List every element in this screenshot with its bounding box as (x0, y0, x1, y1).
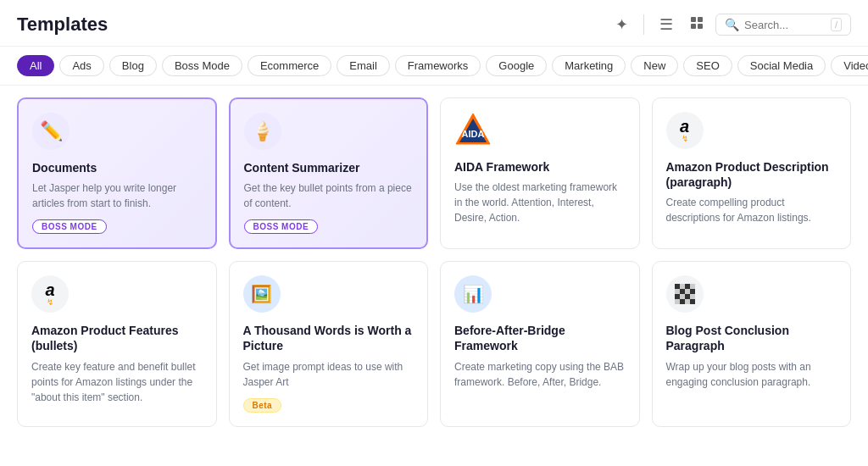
search-shortcut: / (831, 18, 842, 31)
svg-rect-11 (675, 289, 680, 294)
card-title: Amazon Product Features (bullets) (31, 323, 203, 353)
svg-rect-17 (685, 294, 690, 299)
divider (643, 14, 644, 35)
card-icon: a ↯ (31, 275, 69, 313)
search-icon: 🔍 (725, 18, 739, 31)
card-icon: ✏️ (32, 113, 70, 150)
card-icon (666, 275, 704, 313)
svg-rect-12 (680, 289, 685, 294)
card-description: Let Jasper help you write longer article… (32, 180, 202, 211)
svg-rect-20 (680, 299, 685, 304)
filter-btn-social-media[interactable]: Social Media (737, 55, 826, 76)
card-thousand-words[interactable]: 🖼️ A Thousand Words is Worth a Picture G… (229, 261, 429, 426)
sparkle-button[interactable]: ✦ (610, 12, 633, 37)
filter-btn-boss-mode[interactable]: Boss Mode (162, 55, 242, 76)
card-icon: 🖼️ (243, 275, 281, 313)
header-actions: ✦ ☰ 🔍 / (610, 12, 851, 37)
card-icon: a ↯ (666, 112, 704, 149)
card-aida-framework[interactable]: AIDA AIDA Framework Use the oldest marke… (440, 97, 640, 249)
card-icon: AIDA (454, 112, 492, 149)
card-title: Blog Post Conclusion Paragraph (666, 323, 837, 353)
svg-rect-7 (675, 284, 680, 289)
svg-rect-1 (698, 17, 703, 22)
card-bab-framework[interactable]: 📊 Before-After-Bridge Framework Create m… (440, 261, 640, 426)
card-content-summarizer[interactable]: 🍦 Content Summarizer Get the key bullet … (229, 97, 429, 249)
card-title: Documents (32, 160, 202, 175)
svg-rect-3 (698, 24, 703, 29)
filter-btn-seo[interactable]: SEO (683, 55, 732, 76)
svg-rect-14 (690, 289, 695, 294)
filter-btn-ecommerce[interactable]: Ecommerce (248, 55, 331, 76)
card-amazon-product-desc[interactable]: a ↯ Amazon Product Description (paragrap… (652, 97, 852, 249)
card-description: Create compelling product descriptions f… (666, 195, 837, 225)
card-description: Use the oldest marketing framework in th… (454, 180, 626, 225)
svg-rect-8 (680, 284, 685, 289)
filter-btn-frameworks[interactable]: Frameworks (395, 55, 481, 76)
svg-rect-0 (691, 17, 696, 22)
card-title: Amazon Product Description (paragraph) (666, 159, 837, 190)
filter-btn-blog[interactable]: Blog (109, 55, 157, 76)
search-input[interactable] (744, 19, 826, 31)
grid-view-button[interactable] (685, 13, 709, 37)
card-blog-post-conclusion[interactable]: Blog Post Conclusion Paragraph Wrap up y… (652, 261, 852, 426)
filter-btn-new[interactable]: New (631, 55, 678, 76)
filter-btn-email[interactable]: Email (337, 55, 390, 76)
svg-rect-22 (690, 299, 695, 304)
card-badge: BOSS MODE (244, 219, 319, 234)
cards-grid: ✏️ Documents Let Jasper help you write l… (0, 86, 868, 439)
card-title: AIDA Framework (454, 159, 626, 175)
card-description: Create marketing copy using the BAB fram… (454, 359, 626, 390)
card-badge: Beta (243, 398, 282, 413)
list-view-button[interactable]: ☰ (654, 12, 678, 37)
svg-rect-18 (690, 294, 695, 299)
card-description: Get image prompt ideas to use with Jaspe… (243, 359, 415, 390)
page-title: Templates (17, 14, 610, 36)
card-title: Content Summarizer (244, 160, 414, 175)
filter-btn-google[interactable]: Google (486, 55, 547, 76)
card-title: Before-After-Bridge Framework (454, 323, 626, 353)
card-icon: 🍦 (244, 113, 281, 150)
svg-rect-19 (675, 299, 680, 304)
card-badge: BOSS MODE (32, 219, 107, 234)
card-description: Wrap up your blog posts with an engaging… (666, 359, 837, 390)
filter-bar: AllAdsBlogBoss ModeEcommerceEmailFramewo… (0, 47, 868, 86)
svg-rect-10 (690, 284, 695, 289)
svg-text:AIDA: AIDA (462, 129, 485, 139)
search-box: 🔍 / (715, 14, 851, 36)
svg-rect-15 (675, 294, 680, 299)
card-description: Create key feature and benefit bullet po… (31, 359, 203, 405)
svg-rect-21 (685, 299, 690, 304)
filter-btn-marketing[interactable]: Marketing (552, 55, 626, 76)
header: Templates ✦ ☰ 🔍 / (0, 0, 868, 47)
svg-rect-16 (680, 294, 685, 299)
card-description: Get the key bullet points from a piece o… (244, 180, 414, 211)
svg-rect-2 (691, 24, 696, 29)
filter-btn-all[interactable]: All (17, 55, 54, 76)
card-documents[interactable]: ✏️ Documents Let Jasper help you write l… (17, 97, 217, 249)
svg-rect-9 (685, 284, 690, 289)
card-title: A Thousand Words is Worth a Picture (243, 323, 415, 353)
card-amazon-product-features[interactable]: a ↯ Amazon Product Features (bullets) Cr… (17, 261, 217, 426)
svg-rect-13 (685, 289, 690, 294)
filter-btn-ads[interactable]: Ads (59, 55, 103, 76)
card-icon: 📊 (454, 275, 492, 313)
filter-btn-video[interactable]: Video (831, 55, 868, 76)
